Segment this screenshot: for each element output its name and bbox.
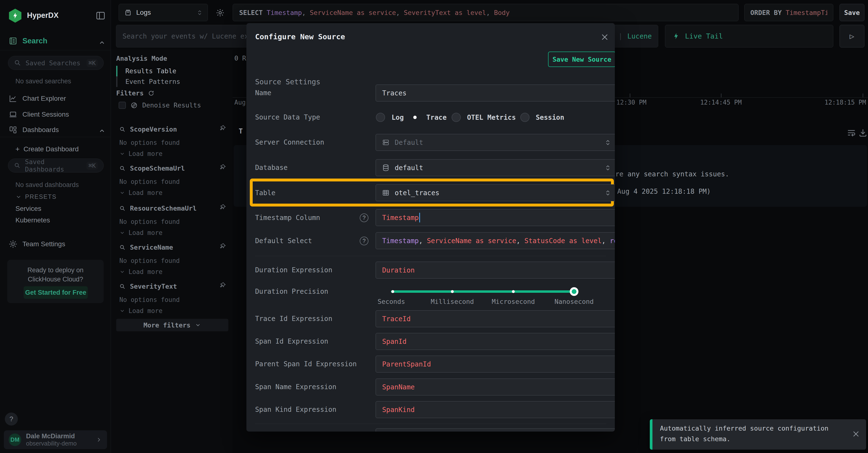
slider-stop[interactable]	[451, 290, 454, 293]
filter-group-name[interactable]: ScopeVersion	[130, 126, 177, 133]
clipped-bottom-input[interactable]	[376, 428, 615, 431]
radio-session[interactable]	[520, 113, 529, 122]
load-more-button[interactable]: Load more	[119, 307, 162, 315]
precision-slider-track[interactable]	[391, 290, 577, 293]
help-circle-icon[interactable]: ?	[360, 214, 368, 222]
table-select[interactable]: otel_traces	[376, 184, 615, 201]
sidebar-item-kubernetes[interactable]: Kubernetes	[16, 216, 50, 224]
precision-option[interactable]: Microsecond	[492, 298, 535, 305]
radio-log[interactable]	[376, 113, 385, 122]
duration-expression-input[interactable]: Duration	[376, 262, 615, 279]
load-more-button[interactable]: Load more	[119, 189, 162, 196]
sidebar-item-client-sessions[interactable]: Client Sessions	[9, 110, 69, 119]
chevron-right-icon	[95, 436, 102, 443]
run-query-button[interactable]: ▷	[840, 25, 864, 47]
select-carets-icon	[196, 9, 203, 16]
filter-group-name[interactable]: ScopeSchemaUrl	[130, 165, 185, 172]
hyperdx-logo-icon	[8, 9, 22, 23]
download-icon[interactable]	[858, 128, 868, 137]
close-icon[interactable]	[852, 430, 860, 438]
trace-id-input[interactable]: TraceId	[376, 310, 615, 327]
user-menu[interactable]: DM Dale McDiarmid observability-demo	[4, 430, 107, 449]
filter-group-name[interactable]: ResourceSchemaUrl	[130, 204, 196, 212]
search-collapse-chevron-icon[interactable]	[98, 39, 105, 46]
radio-log-label[interactable]: Log	[392, 114, 404, 122]
saved-dashboards-input[interactable]: Saved Dashboards ⌘K	[8, 159, 104, 172]
wrap-lines-icon[interactable]	[847, 128, 856, 137]
precision-option[interactable]: Seconds	[378, 298, 405, 305]
help-button[interactable]: ?	[5, 413, 18, 425]
axis-label-left: Aug	[235, 99, 246, 106]
searched-range-text: Aug 4 2025 12:18:18 PM)	[617, 188, 711, 195]
sidebar-item-label: Chart Explorer	[23, 95, 66, 102]
radio-otel-metrics[interactable]	[452, 113, 461, 122]
tab-results-table[interactable]: Results Table	[125, 67, 176, 75]
order-by-input[interactable]: ORDER BY TimestampTime DESC	[744, 4, 833, 21]
select-query-input[interactable]: SELECT Timestamp, ServiceName as service…	[233, 4, 739, 21]
live-tail-button[interactable]: Live Tail	[665, 25, 833, 47]
sidebar-item-dashboards[interactable]: Dashboards	[9, 126, 59, 134]
span-kind-input[interactable]: SpanKind	[376, 401, 615, 418]
server-connection-select[interactable]: Default	[376, 134, 615, 151]
help-circle-icon[interactable]: ?	[360, 237, 368, 245]
more-filters-button[interactable]: More filters	[116, 319, 228, 331]
axis-label: 12:30 PM	[616, 99, 646, 106]
sidebar-item-services[interactable]: Services	[16, 205, 41, 213]
radio-session-label[interactable]: Session	[536, 114, 564, 122]
live-tail-label: Live Tail	[685, 32, 723, 40]
denoise-label[interactable]: Denoise Results	[142, 101, 201, 109]
span-name-input[interactable]: SpanName	[376, 379, 615, 395]
sidebar-item-team-settings[interactable]: Team Settings	[9, 240, 65, 248]
filter-group-name[interactable]: SeverityText	[130, 283, 177, 290]
pin-icon[interactable]	[219, 204, 226, 211]
saved-searches-input[interactable]: Saved Searches ⌘K	[8, 56, 104, 70]
collapse-sidebar-icon[interactable]	[95, 10, 105, 21]
default-select-label: Default Select	[255, 236, 312, 246]
radio-otel-metrics-label[interactable]: OTEL Metrics	[467, 114, 516, 122]
pin-icon[interactable]	[219, 125, 226, 132]
source-settings-gear-icon[interactable]	[216, 8, 225, 18]
promo-text-line1: Ready to deploy on	[7, 266, 104, 274]
logs-icon	[124, 9, 132, 17]
sidebar-item-chart-explorer[interactable]: Chart Explorer	[9, 94, 66, 103]
span-id-input[interactable]: SpanId	[376, 333, 615, 350]
parent-span-id-input[interactable]: ParentSpanId	[376, 356, 615, 373]
slider-stop[interactable]	[391, 290, 394, 293]
name-input[interactable]: Traces	[376, 85, 615, 101]
database-select[interactable]: default	[376, 159, 615, 176]
load-more-button[interactable]: Load more	[119, 150, 162, 157]
chart-icon	[9, 94, 17, 103]
precision-option[interactable]: Millisecond	[431, 298, 474, 305]
pin-icon[interactable]	[219, 164, 226, 171]
syntax-hint-text: re any search syntax issues.	[615, 170, 729, 178]
radio-trace-label[interactable]: Trace	[426, 114, 446, 122]
precision-option[interactable]: Nanosecond	[555, 298, 594, 305]
default-select-input[interactable]: Timestamp, ServiceName as service, Statu…	[376, 232, 615, 249]
sidebar-item-search[interactable]: Search	[9, 37, 47, 45]
presets-toggle[interactable]: PRESETS	[16, 193, 57, 200]
pin-icon[interactable]	[219, 242, 226, 250]
source-select[interactable]: Logs	[119, 4, 208, 21]
refresh-icon[interactable]	[148, 90, 154, 96]
slider-stop[interactable]	[512, 290, 515, 293]
laptop-icon	[9, 110, 17, 119]
filter-group-name[interactable]: ServiceName	[130, 244, 173, 251]
tab-event-patterns[interactable]: Event Patterns	[125, 78, 180, 85]
save-search-button[interactable]: Save	[840, 4, 864, 21]
lucene-toggle[interactable]: Lucene	[627, 32, 652, 40]
denoise-checkbox[interactable]	[119, 102, 126, 109]
create-dashboard-button[interactable]: + Create Dashboard	[16, 145, 79, 153]
get-started-button[interactable]: Get Started for Free	[24, 286, 88, 299]
load-more-button[interactable]: Load more	[119, 268, 162, 276]
load-more-button[interactable]: Load more	[119, 229, 162, 236]
search-icon	[119, 126, 126, 132]
source-data-type-label: Source Data Type	[255, 112, 320, 122]
select-carets-icon	[604, 189, 611, 196]
sidebar-item-label: Search	[23, 37, 47, 45]
dashboards-collapse-chevron-icon[interactable]	[98, 127, 105, 134]
slider-thumb[interactable]	[570, 287, 579, 296]
pin-icon[interactable]	[219, 282, 226, 289]
close-icon[interactable]	[600, 33, 609, 41]
timestamp-column-input[interactable]: Timestamp	[376, 209, 615, 226]
save-new-source-button[interactable]: Save New Source	[548, 52, 615, 67]
